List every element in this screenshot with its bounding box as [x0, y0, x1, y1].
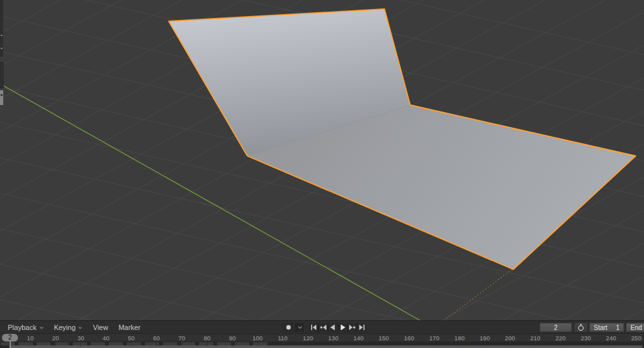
ruler-tick-label: 210: [530, 334, 540, 342]
ruler-tick-label: 200: [505, 334, 515, 342]
cropped-toolbar-piece: [0, 90, 3, 105]
frame-tick: [80, 342, 81, 346]
ruler-tick-label: 90: [229, 334, 236, 342]
transport-controls: [281, 323, 366, 332]
cache-segment: [253, 342, 267, 345]
blender-window: PlaybackKeyingViewMarker 2: [0, 0, 644, 348]
frame-tick: [560, 342, 561, 346]
viewport-3d[interactable]: [0, 0, 644, 320]
cache-segment: [37, 342, 51, 345]
cache-segment: [55, 342, 69, 345]
cropped-toolbar-piece: [0, 62, 4, 88]
current-frame-field[interactable]: 2: [540, 323, 572, 332]
frame-tick: [106, 342, 107, 346]
menu-label: Playback: [8, 324, 37, 331]
playback-buttons-group: [309, 323, 366, 332]
playhead-line[interactable]: [10, 342, 11, 348]
record-group: [281, 323, 304, 332]
ruler-tick-label: 10: [27, 334, 34, 342]
cache-segment: [181, 342, 195, 345]
frame-tick: [586, 342, 587, 346]
chevron-down-icon: [78, 326, 82, 329]
frame-tick: [384, 342, 384, 346]
ruler-tick-label: 180: [455, 334, 465, 342]
frame-tick: [434, 342, 435, 346]
menu-playback[interactable]: Playback: [3, 321, 49, 334]
jump-to-start-icon: [310, 324, 317, 331]
ruler-tick-label: 120: [303, 334, 313, 342]
frame-tick: [460, 342, 460, 346]
frame-tick: [182, 342, 182, 346]
frame-tick: [485, 342, 486, 346]
frame-tick: [510, 342, 511, 346]
timeline-header: PlaybackKeyingViewMarker 2: [0, 321, 644, 334]
horizontal-scrollbar[interactable]: [9, 345, 643, 348]
ruler-tick-label: 140: [354, 334, 364, 342]
previous-keyframe-button[interactable]: [319, 323, 328, 332]
frame-tick: [131, 342, 132, 346]
end-frame-field[interactable]: End: [626, 323, 644, 332]
current-frame-value: 2: [554, 324, 558, 331]
timeline-track-area[interactable]: [0, 342, 644, 348]
frame-tick: [283, 342, 283, 346]
cache-segment: [217, 342, 231, 345]
previous-keyframe-icon: [319, 324, 327, 331]
relationship-dashed-line: [444, 269, 512, 320]
frame-tick: [334, 342, 334, 346]
ruler-tick-label: 40: [102, 334, 109, 342]
ruler-tick-label: 160: [404, 334, 414, 342]
play-button[interactable]: [338, 323, 347, 332]
ruler-tick-label: 130: [328, 334, 339, 342]
play-reverse-icon: [329, 324, 337, 331]
menu-view[interactable]: View: [88, 321, 113, 334]
ruler-tick-label: 170: [429, 334, 439, 342]
ruler-tick-label: 240: [606, 334, 616, 342]
menu-keying[interactable]: Keying: [49, 321, 88, 334]
frame-tick: [611, 342, 612, 346]
frame-tick: [308, 342, 308, 346]
record-options-dropdown[interactable]: [296, 323, 304, 332]
jump-to-end-icon: [358, 324, 366, 331]
ruler-tick-label: 110: [278, 334, 288, 342]
play-reverse-button[interactable]: [328, 323, 337, 332]
ruler-tick-label: 50: [128, 334, 135, 342]
frame-tick: [535, 342, 536, 346]
frame-tick: [258, 342, 258, 346]
timeline-ruler[interactable]: 1020304050607080901001101201301401501601…: [0, 334, 644, 342]
record-button[interactable]: [281, 323, 296, 332]
stopwatch-icon: [577, 324, 585, 331]
jump-to-end-button[interactable]: [357, 323, 366, 332]
use-preview-range-button[interactable]: [574, 323, 587, 332]
end-label: End: [626, 324, 642, 331]
menu-label: Marker: [118, 324, 140, 331]
cache-segment: [127, 342, 141, 345]
cache-segment: [199, 342, 213, 345]
cropped-toolbar-mark: [1, 48, 3, 49]
ruler-tick-label: 80: [204, 334, 211, 342]
cache-segment: [163, 342, 177, 345]
menu-label: View: [93, 324, 108, 331]
start-frame-field[interactable]: Start 1: [589, 323, 624, 332]
start-value: 1: [616, 324, 624, 331]
cache-segment: [235, 342, 249, 345]
frame-tick: [636, 342, 637, 346]
cache-segment: [91, 342, 105, 345]
ruler-tick-label: 250: [631, 334, 641, 342]
ruler-tick-label: 150: [379, 334, 389, 342]
start-label: Start: [589, 324, 607, 331]
ruler-tick-label: 230: [581, 334, 591, 342]
timeline-menubar: PlaybackKeyingViewMarker: [3, 321, 146, 334]
play-icon: [339, 324, 346, 331]
frame-tick: [359, 342, 359, 346]
selected-mesh-object[interactable]: [169, 9, 636, 269]
jump-to-start-button[interactable]: [309, 323, 318, 332]
playhead-current-frame[interactable]: 2: [2, 334, 18, 342]
frame-tick: [55, 342, 56, 346]
frame-tick: [156, 342, 157, 346]
menu-marker[interactable]: Marker: [113, 321, 146, 334]
ruler-tick-label: 190: [480, 334, 490, 342]
next-keyframe-button[interactable]: [348, 323, 357, 332]
ruler-tick-label: 30: [77, 334, 84, 342]
ruler-tick-label: 70: [178, 334, 185, 342]
frame-tick: [232, 342, 233, 346]
